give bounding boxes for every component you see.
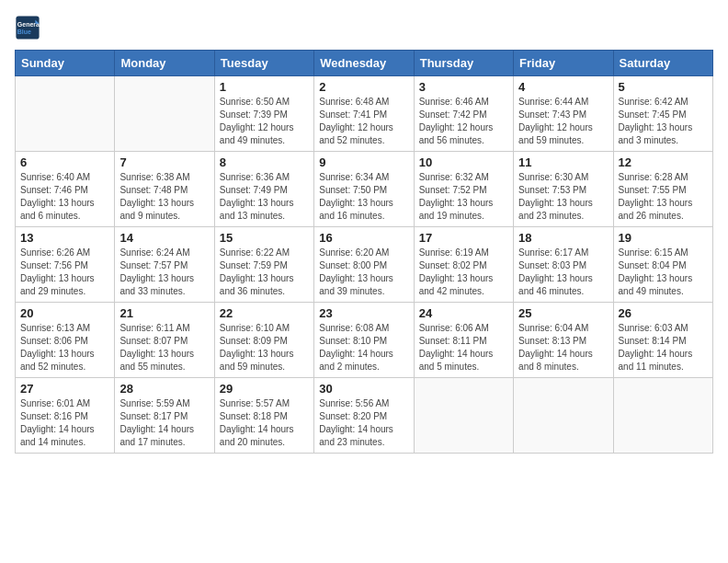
calendar-cell: 26Sunrise: 6:03 AM Sunset: 8:14 PM Dayli…	[613, 303, 712, 378]
calendar-cell: 21Sunrise: 6:11 AM Sunset: 8:07 PM Dayli…	[115, 303, 214, 378]
day-number: 30	[319, 382, 408, 396]
calendar-cell: 9Sunrise: 6:34 AM Sunset: 7:50 PM Daylig…	[314, 152, 414, 227]
svg-text:Blue: Blue	[17, 29, 31, 35]
day-number: 10	[419, 155, 508, 169]
calendar-header: SundayMondayTuesdayWednesdayThursdayFrid…	[16, 51, 713, 76]
calendar-cell: 12Sunrise: 6:28 AM Sunset: 7:55 PM Dayli…	[613, 152, 712, 227]
day-info: Sunrise: 6:50 AM Sunset: 7:39 PM Dayligh…	[220, 96, 309, 147]
day-info: Sunrise: 6:46 AM Sunset: 7:42 PM Dayligh…	[419, 96, 508, 147]
day-info: Sunrise: 6:03 AM Sunset: 8:14 PM Dayligh…	[619, 322, 708, 373]
day-number: 17	[419, 231, 508, 245]
day-number: 2	[319, 80, 408, 94]
day-number: 6	[20, 155, 109, 169]
day-info: Sunrise: 6:26 AM Sunset: 7:56 PM Dayligh…	[20, 247, 109, 298]
day-header-wednesday: Wednesday	[314, 51, 414, 76]
calendar-cell: 27Sunrise: 6:01 AM Sunset: 8:16 PM Dayli…	[16, 378, 115, 454]
calendar-cell	[613, 378, 712, 454]
calendar-cell: 16Sunrise: 6:20 AM Sunset: 8:00 PM Dayli…	[314, 227, 414, 303]
day-number: 26	[619, 306, 708, 320]
week-row-2: 13Sunrise: 6:26 AM Sunset: 7:56 PM Dayli…	[16, 227, 713, 303]
calendar-cell: 29Sunrise: 5:57 AM Sunset: 8:18 PM Dayli…	[214, 378, 313, 454]
calendar-cell: 6Sunrise: 6:40 AM Sunset: 7:46 PM Daylig…	[16, 152, 115, 227]
day-info: Sunrise: 6:42 AM Sunset: 7:45 PM Dayligh…	[619, 96, 708, 147]
calendar-cell: 25Sunrise: 6:04 AM Sunset: 8:13 PM Dayli…	[514, 303, 613, 378]
day-info: Sunrise: 6:11 AM Sunset: 8:07 PM Dayligh…	[119, 322, 209, 373]
day-info: Sunrise: 6:28 AM Sunset: 7:55 PM Dayligh…	[619, 171, 708, 223]
day-number: 1	[220, 80, 309, 94]
day-number: 14	[119, 231, 209, 245]
calendar-cell: 22Sunrise: 6:10 AM Sunset: 8:09 PM Dayli…	[214, 303, 313, 378]
calendar-body: 1Sunrise: 6:50 AM Sunset: 7:39 PM Daylig…	[16, 76, 713, 454]
day-info: Sunrise: 6:20 AM Sunset: 8:00 PM Dayligh…	[319, 247, 408, 298]
day-info: Sunrise: 6:04 AM Sunset: 8:13 PM Dayligh…	[518, 322, 608, 373]
day-info: Sunrise: 6:08 AM Sunset: 8:10 PM Dayligh…	[319, 322, 408, 373]
day-number: 5	[619, 80, 708, 94]
day-info: Sunrise: 6:13 AM Sunset: 8:06 PM Dayligh…	[20, 322, 109, 373]
day-header-sunday: Sunday	[16, 51, 115, 76]
calendar-cell: 1Sunrise: 6:50 AM Sunset: 7:39 PM Daylig…	[214, 76, 313, 152]
day-number: 21	[119, 306, 209, 320]
day-number: 18	[518, 231, 608, 245]
day-info: Sunrise: 6:24 AM Sunset: 7:57 PM Dayligh…	[119, 247, 209, 298]
week-row-4: 27Sunrise: 6:01 AM Sunset: 8:16 PM Dayli…	[16, 378, 713, 454]
day-number: 19	[619, 231, 708, 245]
day-number: 4	[518, 80, 608, 94]
day-number: 8	[220, 155, 309, 169]
day-number: 27	[20, 382, 109, 396]
day-info: Sunrise: 6:48 AM Sunset: 7:41 PM Dayligh…	[319, 96, 408, 147]
calendar-cell: 11Sunrise: 6:30 AM Sunset: 7:53 PM Dayli…	[514, 152, 613, 227]
week-row-3: 20Sunrise: 6:13 AM Sunset: 8:06 PM Dayli…	[16, 303, 713, 378]
calendar-cell	[414, 378, 513, 454]
day-number: 24	[419, 306, 508, 320]
svg-rect-0	[16, 16, 39, 39]
calendar-cell: 23Sunrise: 6:08 AM Sunset: 8:10 PM Dayli…	[314, 303, 414, 378]
calendar-cell	[514, 378, 613, 454]
calendar-cell: 20Sunrise: 6:13 AM Sunset: 8:06 PM Dayli…	[16, 303, 115, 378]
calendar-cell	[16, 76, 115, 152]
day-number: 22	[220, 306, 309, 320]
day-info: Sunrise: 6:32 AM Sunset: 7:52 PM Dayligh…	[419, 171, 508, 223]
calendar-cell: 13Sunrise: 6:26 AM Sunset: 7:56 PM Dayli…	[16, 227, 115, 303]
day-info: Sunrise: 5:59 AM Sunset: 8:17 PM Dayligh…	[119, 397, 209, 449]
day-header-thursday: Thursday	[414, 51, 513, 76]
calendar-cell: 3Sunrise: 6:46 AM Sunset: 7:42 PM Daylig…	[414, 76, 513, 152]
day-header-friday: Friday	[514, 51, 613, 76]
day-info: Sunrise: 6:15 AM Sunset: 8:04 PM Dayligh…	[619, 247, 708, 298]
day-info: Sunrise: 6:40 AM Sunset: 7:46 PM Dayligh…	[20, 171, 109, 223]
day-number: 15	[220, 231, 309, 245]
calendar-cell: 8Sunrise: 6:36 AM Sunset: 7:49 PM Daylig…	[214, 152, 313, 227]
day-info: Sunrise: 6:44 AM Sunset: 7:43 PM Dayligh…	[518, 96, 608, 147]
day-info: Sunrise: 6:06 AM Sunset: 8:11 PM Dayligh…	[419, 322, 508, 373]
calendar-cell: 18Sunrise: 6:17 AM Sunset: 8:03 PM Dayli…	[514, 227, 613, 303]
day-number: 20	[20, 306, 109, 320]
calendar-table: SundayMondayTuesdayWednesdayThursdayFrid…	[15, 50, 713, 454]
day-number: 29	[220, 382, 309, 396]
day-number: 25	[518, 306, 608, 320]
calendar-cell: 15Sunrise: 6:22 AM Sunset: 7:59 PM Dayli…	[214, 227, 313, 303]
day-info: Sunrise: 6:22 AM Sunset: 7:59 PM Dayligh…	[220, 247, 309, 298]
day-number: 7	[119, 155, 209, 169]
day-number: 9	[319, 155, 408, 169]
day-info: Sunrise: 6:30 AM Sunset: 7:53 PM Dayligh…	[518, 171, 608, 223]
day-number: 11	[518, 155, 608, 169]
day-number: 16	[319, 231, 408, 245]
page-header: General Blue	[15, 15, 713, 40]
calendar-cell: 2Sunrise: 6:48 AM Sunset: 7:41 PM Daylig…	[314, 76, 414, 152]
calendar-cell: 30Sunrise: 5:56 AM Sunset: 8:20 PM Dayli…	[314, 378, 414, 454]
calendar-cell: 24Sunrise: 6:06 AM Sunset: 8:11 PM Dayli…	[414, 303, 513, 378]
logo: General Blue	[15, 15, 42, 40]
day-header-monday: Monday	[115, 51, 214, 76]
calendar-cell: 5Sunrise: 6:42 AM Sunset: 7:45 PM Daylig…	[613, 76, 712, 152]
day-header-saturday: Saturday	[613, 51, 712, 76]
calendar-cell: 28Sunrise: 5:59 AM Sunset: 8:17 PM Dayli…	[115, 378, 214, 454]
week-row-0: 1Sunrise: 6:50 AM Sunset: 7:39 PM Daylig…	[16, 76, 713, 152]
day-info: Sunrise: 6:34 AM Sunset: 7:50 PM Dayligh…	[319, 171, 408, 223]
day-info: Sunrise: 6:19 AM Sunset: 8:02 PM Dayligh…	[419, 247, 508, 298]
calendar-cell: 14Sunrise: 6:24 AM Sunset: 7:57 PM Dayli…	[115, 227, 214, 303]
week-row-1: 6Sunrise: 6:40 AM Sunset: 7:46 PM Daylig…	[16, 152, 713, 227]
day-number: 12	[619, 155, 708, 169]
calendar-cell: 4Sunrise: 6:44 AM Sunset: 7:43 PM Daylig…	[514, 76, 613, 152]
day-info: Sunrise: 5:56 AM Sunset: 8:20 PM Dayligh…	[319, 397, 408, 449]
calendar-cell	[115, 76, 214, 152]
calendar-cell: 10Sunrise: 6:32 AM Sunset: 7:52 PM Dayli…	[414, 152, 513, 227]
